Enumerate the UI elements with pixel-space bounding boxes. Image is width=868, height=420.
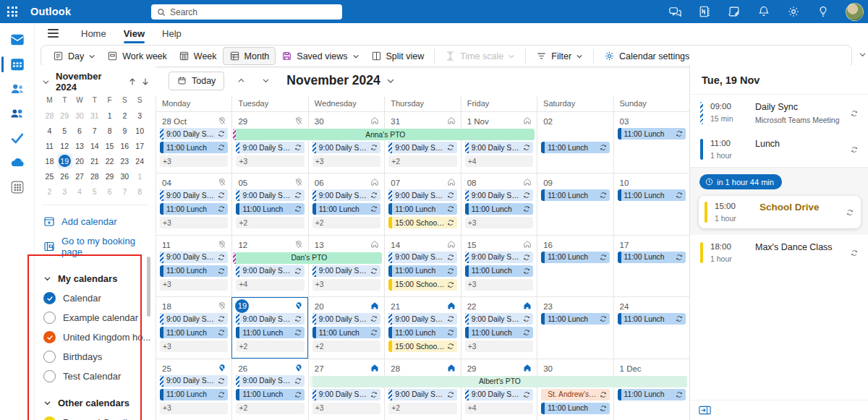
more-events-pill[interactable]: +3 (160, 279, 228, 291)
mini-calendar-title[interactable]: November 2024 (56, 71, 124, 93)
more-events-pill[interactable]: +2 (236, 340, 304, 352)
event-chip[interactable]: 9:00 Daily Sync (465, 313, 533, 325)
event-chip[interactable]: 11:00 Lunch (618, 128, 686, 140)
next-month-icon[interactable] (258, 73, 273, 89)
rail-item-onedrive[interactable] (0, 150, 35, 175)
event-chip[interactable]: 11:00 Lunch (236, 389, 304, 400)
event-chip[interactable]: 11:00 Lunch (541, 252, 609, 263)
more-events-pill[interactable]: +2 (312, 340, 380, 352)
filter-button[interactable]: Filter (530, 48, 589, 64)
event-chip[interactable]: St. Andrew's Day ( (541, 389, 609, 400)
day-cell-12[interactable]: 129:00 Daily Sync+4 (231, 236, 307, 296)
event-chip[interactable]: 11:00 Lunch (160, 265, 228, 277)
day-cell-10[interactable]: 1011:00 Lunch (613, 173, 689, 234)
event-chip[interactable]: 11:00 Lunch (541, 313, 609, 325)
mini-day-cell[interactable]: 29 (102, 168, 117, 184)
mini-day-cell[interactable]: 29 (57, 108, 72, 123)
more-events-pill[interactable]: +3 (465, 340, 533, 352)
mini-day-cell[interactable]: 24 (132, 153, 148, 168)
event-chip[interactable]: 11:00 Lunch (465, 327, 533, 338)
mini-day-cell[interactable]: 13 (72, 138, 88, 153)
day-cell-28[interactable]: 289:00 Daily Sync+2 (384, 359, 460, 420)
event-chip[interactable]: 11:00 Lunch (465, 265, 533, 277)
app-launcher-icon[interactable] (0, 0, 25, 23)
month-button[interactable]: Month (223, 47, 276, 65)
event-chip[interactable]: 9:00 Daily Sync (388, 389, 456, 400)
day-cell-19[interactable]: 199:00 Daily Sync11:00 Lunch+2 (231, 297, 307, 358)
add-calendar-link[interactable]: Add calendar (35, 211, 156, 231)
day-cell-11[interactable]: 119:00 Daily Sync11:00 Lunch+3 (156, 236, 231, 296)
collapse-panel-icon[interactable] (699, 406, 711, 415)
day-cell-06[interactable]: 069:00 Daily Sync11:00 Lunch+2 (308, 173, 384, 234)
month-title[interactable]: November 2024 (286, 73, 394, 88)
search-input[interactable]: Search (151, 4, 342, 20)
day-cell-1-nov[interactable]: 1 Nov9:00 Daily Sync+4 (461, 112, 537, 173)
event-chip[interactable]: 11:00 Lunch (160, 389, 228, 400)
day-cell-04[interactable]: 049:00 Daily Sync11:00 Lunch+3 (156, 173, 231, 234)
more-events-pill[interactable]: +3 (160, 155, 228, 167)
calendar-list-item[interactable]: United Kingdom ho... (35, 327, 156, 347)
menu-icon[interactable] (42, 25, 64, 42)
agenda-event[interactable]: 18:001 hourMax's Dance Class (690, 235, 868, 270)
tab-view[interactable]: View (115, 26, 153, 41)
calendar-list-item[interactable]: Calendar (35, 288, 156, 308)
saved-views-button[interactable]: Saved views (276, 48, 365, 64)
day-cell-22[interactable]: 229:00 Daily Sync11:00 Lunch+3 (461, 297, 537, 358)
mini-day-cell[interactable]: 6 (72, 123, 88, 138)
more-events-pill[interactable]: +2 (388, 403, 456, 414)
event-chip[interactable]: 11:00 Lunch (618, 252, 686, 263)
more-events-pill[interactable]: +2 (236, 403, 304, 414)
event-chip[interactable]: 9:00 Daily Sync (465, 252, 533, 263)
calendar-list-item[interactable]: Test Calendar (35, 367, 156, 386)
pto-banner[interactable]: Dan's PTO (233, 252, 382, 264)
event-chip[interactable]: 9:00 Daily Sync (312, 189, 380, 201)
event-chip[interactable]: 9:00 Daily Sync (312, 389, 380, 400)
mini-day-cell[interactable]: 20 (72, 153, 88, 168)
event-chip[interactable]: 9:00 Daily Sync (465, 389, 533, 400)
mini-day-cell[interactable]: 4 (72, 184, 88, 199)
mini-day-cell[interactable]: 3 (132, 108, 148, 123)
event-chip[interactable]: 9:00 Daily Sync (160, 313, 228, 325)
rail-item-groups[interactable] (0, 101, 35, 126)
mini-day-cell[interactable]: 9 (117, 123, 132, 138)
mini-day-cell[interactable]: 1 (132, 168, 148, 184)
mini-day-cell[interactable]: 7 (117, 184, 132, 199)
event-chip[interactable]: 9:00 Daily Sync (236, 265, 304, 277)
event-chip[interactable]: 9:00 Daily Sync (465, 189, 533, 201)
event-chip[interactable]: 11:00 Lunch (465, 203, 533, 215)
day-cell-17[interactable]: 1711:00 Lunch (613, 236, 689, 296)
event-chip[interactable]: 9:00 Daily Sync (388, 252, 456, 263)
sidebar-scrollbar[interactable] (147, 257, 150, 317)
mini-day-cell[interactable]: 17 (132, 138, 148, 153)
mini-day-cell[interactable]: 31 (87, 108, 102, 123)
today-button[interactable]: Today (169, 72, 224, 90)
go-to-my-booking-page-link[interactable]: Go to my booking page (35, 231, 156, 262)
mini-day-cell[interactable]: 14 (87, 138, 102, 153)
event-chip[interactable]: 11:00 Lunch (236, 203, 304, 215)
event-chip[interactable]: 11:00 Lunch (541, 189, 609, 201)
mini-day-cell[interactable]: 7 (87, 123, 102, 138)
event-chip[interactable]: 9:00 Daily Sync (160, 128, 228, 140)
calendar-list-item[interactable]: Personal Gmail cale... (35, 413, 156, 420)
event-chip[interactable]: 9:00 Daily Sync (236, 313, 304, 325)
mini-calendar-collapse-icon[interactable] (42, 78, 50, 86)
event-chip[interactable]: 9:00 Daily Sync (388, 189, 456, 201)
pto-banner[interactable]: Anna's PTO (233, 129, 535, 140)
more-events-pill[interactable]: +3 (465, 279, 533, 291)
event-chip[interactable]: 9:00 Daily Sync (236, 142, 304, 153)
previous-month-icon[interactable] (233, 73, 249, 89)
mini-day-cell[interactable]: 30 (72, 108, 88, 123)
day-cell-21[interactable]: 219:00 Daily Sync11:00 Lunch15:00 School… (384, 297, 460, 358)
work-week-button[interactable]: Work week (101, 48, 173, 64)
day-cell-05[interactable]: 059:00 Daily Sync11:00 Lunch+2 (231, 173, 307, 234)
event-chip[interactable]: 11:00 Lunch (160, 203, 228, 215)
my-calendars-header[interactable]: My calendars (35, 269, 156, 288)
more-events-pill[interactable]: +2 (236, 217, 304, 228)
event-chip[interactable]: 11:00 Lunch (541, 403, 609, 414)
agenda-event[interactable]: 11:001 hourLunch (690, 132, 868, 167)
event-chip[interactable]: 9:00 Daily Sync (236, 375, 304, 387)
chat-icon[interactable] (668, 4, 682, 19)
event-chip[interactable]: 11:00 Lunch (618, 189, 686, 201)
day-cell-30[interactable]: 309:00 Daily Sync+3 (308, 112, 384, 173)
day-cell-14[interactable]: 149:00 Daily Sync11:00 Lunch15:00 School… (384, 236, 460, 296)
